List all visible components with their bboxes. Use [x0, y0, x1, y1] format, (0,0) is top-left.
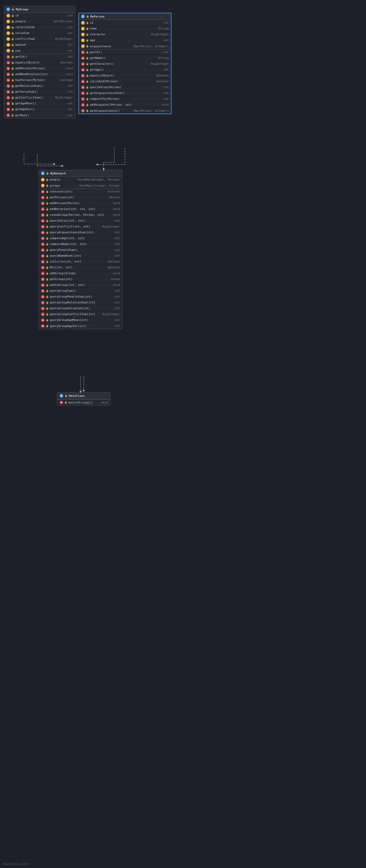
- method-icon: m: [81, 56, 85, 60]
- field-icon: f: [81, 44, 85, 48]
- table-row: m 🔒 getId() int: [79, 50, 171, 55]
- method-icon: m: [41, 283, 45, 287]
- lock-icon: 🔒: [46, 249, 49, 251]
- mainclass-methods: m 🔒 main(String[]) void: [57, 400, 110, 405]
- field-icon: f: [6, 31, 10, 35]
- lock-icon: 🔒: [11, 67, 14, 70]
- mainclass-class[interactable]: C 🔒 MainClass m 🔒 main(String[]) void: [57, 392, 110, 406]
- lock-icon: 🔒: [86, 39, 89, 42]
- method-icon: m: [81, 103, 85, 107]
- method-icon: m: [6, 67, 10, 70]
- method-icon: m: [6, 61, 10, 64]
- table-row: m 🔒 getRelationSum() int: [4, 83, 75, 89]
- lock-icon: 🔒: [11, 73, 14, 76]
- lock-icon: 🔒: [86, 80, 89, 83]
- table-row: m 🔒 queryConflict(int, int) BigInteger: [39, 224, 122, 229]
- method-icon: m: [41, 295, 45, 299]
- lock-icon: 🔒: [11, 43, 14, 46]
- lock-icon: 🔒: [46, 260, 49, 263]
- table-row: m 🔒 getAge() int: [79, 67, 171, 73]
- table-row: m 🔒 queryGroupConflictSum(int) BigIntege…: [39, 311, 122, 317]
- method-icon: m: [6, 90, 10, 94]
- table-row: m 🔒 queryPeopleSum() int: [39, 247, 122, 253]
- table-row: m 🔒 addPerson(Person) void: [39, 200, 122, 206]
- method-icon: m: [6, 96, 10, 99]
- table-row: m 🔒 addNewRelation(int) void: [4, 71, 75, 77]
- lock-icon: 🔒: [11, 91, 14, 93]
- table-row: m 🔒 addRelation(int, int, int) void: [39, 206, 122, 212]
- method-icon: m: [41, 248, 45, 252]
- method-icon: m: [41, 266, 45, 270]
- method-icon: m: [41, 196, 45, 199]
- method-icon: m: [81, 68, 85, 72]
- table-row: f 🔒 conflictSum BigInteger: [4, 36, 75, 42]
- method-icon: m: [41, 301, 45, 305]
- mynetwork-lock-icon: 🔒: [46, 172, 49, 175]
- lock-icon: 🔒: [11, 56, 14, 58]
- field-icon: f: [81, 33, 85, 36]
- table-row: m 🔒 equals(Object) boolean: [4, 60, 75, 66]
- table-row: m 🔒 compareAge(int, int) int: [39, 236, 122, 241]
- lock-icon: 🔒: [46, 184, 49, 187]
- lock-icon: 🔒: [11, 38, 14, 40]
- lock-icon: 🔒: [86, 86, 89, 89]
- table-row: f 🔒 people Set<Person>: [4, 19, 75, 24]
- lock-icon: 🔒: [64, 401, 67, 404]
- field-icon: f: [81, 27, 85, 31]
- lock-icon: 🔒: [46, 219, 49, 222]
- lock-icon: 🔒: [11, 79, 14, 82]
- lock-icon: 🔒: [86, 92, 89, 94]
- table-row: m 🔒 getName() String: [79, 55, 171, 61]
- table-row: m 🔒 getNum() int: [4, 112, 75, 118]
- lock-icon: 🔒: [86, 63, 89, 65]
- mygroup-header: C 🔒 MyGroup: [4, 6, 75, 13]
- lock-icon: 🔒: [86, 103, 89, 106]
- mainclass-class-icon: C: [59, 394, 63, 398]
- table-row: m 🔒 queryGroupRelationSum(int) int: [39, 300, 122, 306]
- table-row: f 🔒 character BigInteger: [79, 32, 171, 37]
- table-row: m 🔒 queryGroupAgeMean(int) int: [39, 317, 122, 323]
- table-row: f 🔒 acquaintance Map<Person, Integer>: [79, 43, 171, 49]
- lock-icon: 🔒: [46, 319, 49, 321]
- mainclass-title: MainClass: [69, 394, 85, 398]
- mynetwork-class[interactable]: C 🔒 MyNetwork f 🔒 people HashMap<Integer…: [38, 170, 122, 329]
- lock-icon: 🔒: [46, 208, 49, 211]
- table-row: m 🔒 renewGroup(Person, Person, int) void: [39, 212, 122, 218]
- watermark: Powered by yFiles: [3, 862, 30, 865]
- lock-icon: 🔒: [86, 27, 89, 30]
- method-icon: m: [6, 113, 10, 117]
- myperson-class[interactable]: C 🔒 MyPerson f 🔒 id int f 🔒 name String …: [78, 13, 171, 114]
- field-icon: f: [6, 37, 10, 41]
- table-row: m 🔒 queryGroupSum() int: [39, 288, 122, 294]
- connections-svg: [0, 0, 366, 868]
- table-row: m 🔒 getAcquaintanceSum() int: [79, 90, 171, 96]
- svg-marker-10: [53, 163, 56, 165]
- mygroup-class-icon: C: [6, 7, 10, 11]
- table-row: f 🔒 age int: [79, 37, 171, 43]
- method-icon: m: [6, 102, 10, 105]
- method-icon: m: [81, 86, 85, 89]
- table-row: m 🔒 hasPerson(Person) boolean: [4, 77, 75, 83]
- method-icon: m: [41, 307, 45, 310]
- mygroup-class[interactable]: C 🔒 MyGroup f 🔒 id int f 🔒 people Set<Pe…: [4, 6, 75, 118]
- svg-marker-7: [83, 390, 85, 392]
- lock-icon: 🔒: [46, 301, 49, 304]
- lock-icon: 🔒: [11, 50, 14, 52]
- table-row: m 🔒 compareName(int, int) int: [39, 241, 122, 247]
- lock-icon: 🔒: [46, 254, 49, 257]
- myperson-methods: m 🔒 getId() int m 🔒 getName() String m 🔒…: [79, 50, 171, 114]
- lock-icon: 🔒: [86, 22, 89, 24]
- field-icon: f: [41, 178, 45, 182]
- method-icon: m: [41, 237, 45, 240]
- method-icon: m: [41, 219, 45, 223]
- method-icon: m: [6, 84, 10, 88]
- method-icon: m: [41, 272, 45, 275]
- lock-icon: 🔒: [46, 266, 49, 269]
- lock-icon: 🔒: [86, 51, 89, 54]
- table-row: m 🔒 queryNameRank(int) int: [39, 253, 122, 259]
- table-row: m 🔒 addAcquaint(Person, int) void: [79, 102, 171, 108]
- myperson-fields: f 🔒 id int f 🔒 name String f 🔒 character…: [79, 20, 171, 49]
- lock-icon: 🔒: [46, 196, 49, 199]
- table-row: m 🔒 queryGroupPeopleSum(int) int: [39, 294, 122, 300]
- lock-icon: 🔒: [46, 324, 49, 327]
